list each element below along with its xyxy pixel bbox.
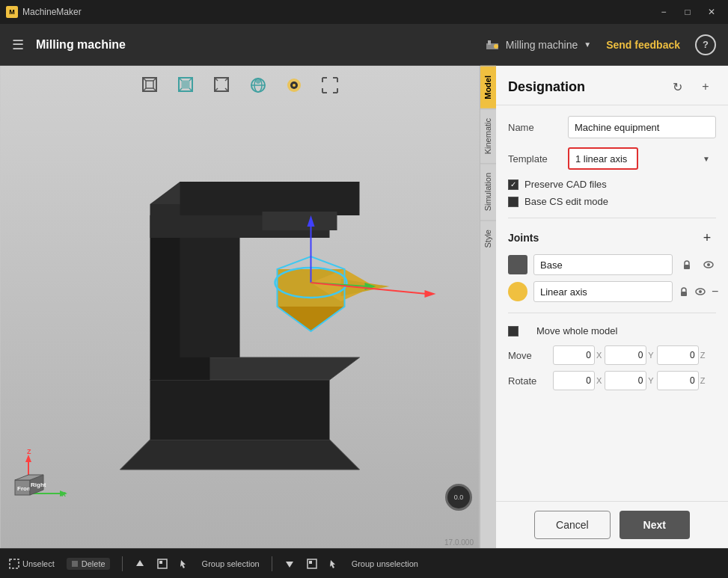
joint-name-base[interactable] [533,254,673,275]
panel-add-button[interactable]: + [695,76,716,97]
target-icon[interactable] [281,72,308,99]
joint-eye-linear[interactable] [695,283,706,300]
tab-style[interactable]: Style [480,220,496,256]
joint-color-base [508,255,527,274]
rotate-y-group: Y [605,371,653,390]
view-box-icon[interactable] [137,72,164,99]
header-dropdown-arrow[interactable]: ▼ [584,40,591,49]
unselect-label: Unselect [22,559,55,568]
rotate-x-input[interactable] [553,371,595,390]
svg-rect-80 [159,561,162,564]
rotate-y-input[interactable] [605,371,646,390]
tab-simulation[interactable]: Simulation [480,163,496,220]
send-feedback-button[interactable]: Send feedback [606,39,680,51]
template-row: Template 1 linear axis No template 2 lin… [508,147,716,170]
rotate-z-input[interactable] [657,371,699,390]
joint-lock-base[interactable] [679,256,694,273]
arrow-down-icon [284,559,295,569]
expand-icon[interactable] [316,72,343,99]
add-joint-button[interactable]: + [698,229,716,247]
close-button[interactable]: ✕ [701,4,722,19]
next-button[interactable]: Next [620,511,690,539]
panel-actions: ↻ + [667,76,716,97]
joint-name-linear[interactable] [533,281,673,302]
panel-header: Designation ↻ + [496,66,728,105]
move-x-group: X [553,345,602,365]
separator-2 [272,556,272,571]
svg-marker-78 [136,560,144,566]
view-teal-box-icon[interactable] [173,72,200,99]
move-z-input[interactable] [657,345,699,365]
minimize-button[interactable]: − [653,4,674,19]
help-button[interactable]: ? [695,34,716,55]
rotate-inputs: X Y Z [553,371,716,390]
side-tabs: Model Kinematic Simulation Style [480,66,496,548]
menu-icon[interactable]: ☰ [12,37,24,53]
maximize-button[interactable]: □ [677,4,698,19]
svg-point-2 [494,44,498,49]
svg-rect-1 [488,40,491,45]
rotate-z-group: Z [657,371,706,390]
base-cs-checkbox[interactable] [508,197,519,207]
svg-rect-77 [72,561,78,567]
panel-body: Name Template 1 linear axis No template … [496,105,728,501]
svg-rect-84 [309,561,312,564]
svg-text:X: X [61,491,66,498]
delete-action[interactable]: Delete [67,558,110,570]
machine-icon [485,37,500,52]
svg-marker-85 [330,560,335,568]
arrow-up-icon [135,559,145,569]
joint-lock-linear[interactable] [679,283,689,300]
svg-rect-76 [10,559,19,568]
titlebar-controls: − □ ✕ [653,4,722,19]
cancel-button[interactable]: Cancel [534,511,611,539]
joint-remove-linear[interactable]: − [712,283,718,300]
view-wireframe-icon[interactable] [209,72,236,99]
move-z-label: Z [700,351,706,360]
header-title: Milling machine [36,38,485,52]
svg-marker-82 [286,562,293,568]
refresh-button[interactable]: ↻ [667,76,688,97]
group-selection-label: Group selection [202,559,260,568]
template-select-wrapper: 1 linear axis No template 2 linear axes … [568,147,716,170]
tab-model[interactable]: Model [480,66,496,108]
move-x-input[interactable] [553,345,595,365]
main-content: Z X Front Right 0.0 17.0.000 [0,66,728,548]
svg-point-23 [256,79,260,84]
svg-rect-73 [681,292,687,296]
move-z-group: Z [657,345,706,365]
select-arrow-icon: ▼ [703,155,710,163]
machine-3d-view [0,66,480,548]
view-gizmo: Z X Front Right [6,449,70,514]
footer-buttons: Cancel Next [496,501,728,548]
rotate-x-group: X [553,371,602,390]
header-machine-name: Milling machine [506,39,578,51]
template-select[interactable]: 1 linear axis No template 2 linear axes … [568,147,638,170]
orbit-icon[interactable] [245,72,272,99]
name-label: Name [508,122,568,133]
tab-kinematic[interactable]: Kinematic [480,108,496,163]
viewport[interactable]: Z X Front Right 0.0 17.0.000 [0,66,480,548]
move-x-label: X [596,351,602,360]
rotate-z-label: Z [700,376,706,385]
joint-eye-base[interactable] [700,256,716,273]
joints-title: Joints [508,232,539,244]
preserve-cad-checkbox[interactable] [508,179,519,190]
unselect-icon-2 [329,559,340,569]
divider-1 [508,218,716,218]
svg-rect-4 [146,81,153,88]
move-y-input[interactable] [605,345,646,365]
unselect-action[interactable]: Unselect [9,559,55,569]
rotate-y-label: Y [648,376,653,385]
rotate-row: Rotate X Y Z [508,371,716,390]
move-inputs: X Y Z [553,345,716,365]
svg-rect-44 [180,182,360,215]
divider-2 [508,313,716,313]
move-model-checkbox[interactable] [508,326,519,336]
right-panel: Designation ↻ + Name Template 1 linear a… [496,66,728,548]
svg-marker-81 [180,560,186,568]
name-input[interactable] [568,116,716,138]
group-icon-2 [307,559,317,569]
version-text: 17.0.000 [444,538,474,547]
move-label: Move [508,350,553,361]
